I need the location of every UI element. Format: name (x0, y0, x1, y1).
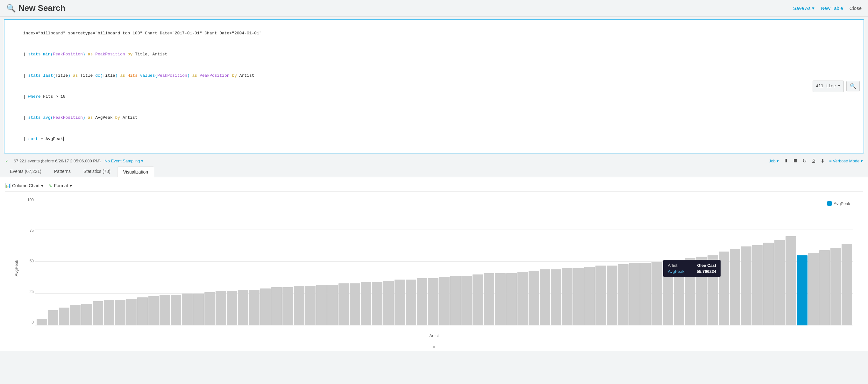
bar-32[interactable] (395, 280, 405, 325)
bar-41[interactable] (495, 273, 505, 325)
bar-45[interactable] (540, 269, 550, 325)
bar-26[interactable] (327, 285, 338, 325)
bar-17[interactable] (227, 291, 237, 325)
bar-37[interactable] (450, 276, 461, 325)
bar-3[interactable] (70, 305, 81, 325)
bar-28[interactable] (350, 283, 360, 325)
tab-statistics[interactable]: Statistics (73) (78, 166, 117, 177)
pause-button[interactable]: ⏸ (783, 158, 788, 164)
bar-50[interactable] (595, 265, 606, 325)
save-as-button[interactable]: Save As ▾ (793, 5, 814, 11)
bar-16[interactable] (216, 291, 226, 325)
bar-4[interactable] (81, 304, 92, 325)
bar-25[interactable] (316, 285, 327, 325)
bar-23[interactable] (294, 286, 304, 325)
bar-31[interactable] (383, 281, 394, 325)
bar-39[interactable] (472, 275, 483, 325)
bar-48[interactable] (573, 268, 584, 325)
bar-59[interactable] (696, 257, 707, 325)
bar-61[interactable] (719, 252, 729, 325)
bar-63[interactable] (741, 247, 751, 325)
bar-69[interactable] (808, 253, 819, 325)
bar-13[interactable] (182, 294, 192, 325)
bar-44[interactable] (529, 270, 539, 325)
bar-1[interactable] (48, 310, 58, 325)
bar-55[interactable] (651, 262, 662, 325)
bar-15[interactable] (205, 292, 215, 325)
bar-54[interactable] (640, 263, 651, 325)
bar-2[interactable] (59, 308, 69, 325)
bar-68[interactable] (797, 255, 807, 325)
bar-9[interactable] (137, 297, 148, 325)
verbose-mode-button[interactable]: ≡ Verbose Mode ▾ (829, 159, 863, 163)
bar-34[interactable] (417, 278, 427, 325)
bar-22[interactable] (282, 287, 293, 325)
bar-66[interactable] (774, 240, 785, 325)
bar-49[interactable] (584, 267, 595, 325)
format-button[interactable]: ✎ Format ▾ (49, 183, 72, 188)
chart-inner: 0 25 50 75 100 AvgPeak (24, 198, 854, 325)
bar-57[interactable] (674, 260, 684, 325)
bar-0[interactable] (37, 319, 47, 325)
bar-47[interactable] (562, 268, 572, 325)
bar-8[interactable] (126, 299, 136, 325)
refresh-button[interactable]: ↻ (802, 158, 807, 164)
tab-visualization[interactable]: Visualization (117, 166, 154, 178)
bar-6[interactable] (104, 300, 114, 325)
status-check-icon: ✓ (5, 159, 9, 163)
tab-patterns[interactable]: Patterns (48, 166, 77, 177)
bar-12[interactable] (171, 295, 181, 325)
bar-65[interactable] (763, 243, 774, 325)
bar-29[interactable] (361, 282, 371, 325)
download-button[interactable]: ⬇ (820, 158, 825, 164)
y-tick-0: 0 (24, 320, 34, 324)
legend-color-avgpeak (827, 201, 832, 206)
new-table-button[interactable]: New Table (821, 5, 843, 11)
bar-56[interactable] (662, 260, 673, 325)
bar-70[interactable] (819, 250, 830, 325)
close-button[interactable]: Close (849, 5, 862, 11)
bar-52[interactable] (618, 264, 628, 325)
search-bar[interactable]: index="billboard" sourcetype="billboard_… (4, 19, 864, 154)
bar-64[interactable] (752, 245, 763, 325)
bar-33[interactable] (406, 280, 416, 325)
bar-30[interactable] (372, 282, 382, 325)
search-submit-button[interactable]: 🔍 (846, 81, 860, 91)
bar-18[interactable] (238, 290, 248, 325)
bar-62[interactable] (730, 249, 740, 325)
print-button[interactable]: 🖨 (811, 158, 816, 164)
no-event-sampling[interactable]: No Event Sampling ▾ (104, 159, 143, 163)
bar-20[interactable] (260, 288, 271, 325)
bar-5[interactable] (93, 301, 103, 325)
bar-43[interactable] (518, 272, 528, 325)
bar-10[interactable] (148, 296, 159, 325)
bar-42[interactable] (506, 273, 517, 325)
visualization-area: 📊 Column Chart ▾ ✎ Format ▾ AvgPeak Arti… (0, 178, 868, 345)
bar-46[interactable] (551, 269, 561, 325)
bar-7[interactable] (115, 300, 125, 325)
bar-14[interactable] (193, 294, 204, 325)
bar-35[interactable] (428, 278, 438, 325)
bar-21[interactable] (271, 287, 282, 325)
search-icon: 🔍 (6, 4, 16, 13)
bar-71[interactable] (830, 248, 841, 325)
stop-button[interactable]: ⏹ (793, 158, 798, 164)
bar-58[interactable] (685, 258, 695, 325)
bar-40[interactable] (484, 273, 494, 325)
bar-60[interactable] (708, 255, 718, 325)
bar-67[interactable] (785, 236, 796, 325)
bar-19[interactable] (249, 290, 259, 325)
bar-11[interactable] (159, 295, 170, 325)
tab-events[interactable]: Events (67,221) (4, 166, 48, 177)
query-editor[interactable]: index="billboard" sourcetype="billboard_… (8, 23, 860, 150)
job-button[interactable]: Job ▾ (769, 159, 779, 163)
bar-36[interactable] (439, 277, 450, 325)
bar-27[interactable] (339, 283, 349, 325)
bar-24[interactable] (305, 286, 315, 325)
bar-51[interactable] (607, 265, 617, 325)
chart-type-button[interactable]: 📊 Column Chart ▾ (5, 183, 43, 188)
bar-72[interactable] (842, 244, 852, 325)
bar-38[interactable] (461, 276, 472, 325)
bar-53[interactable] (629, 263, 640, 325)
time-picker[interactable]: All time ▾ (813, 81, 844, 92)
